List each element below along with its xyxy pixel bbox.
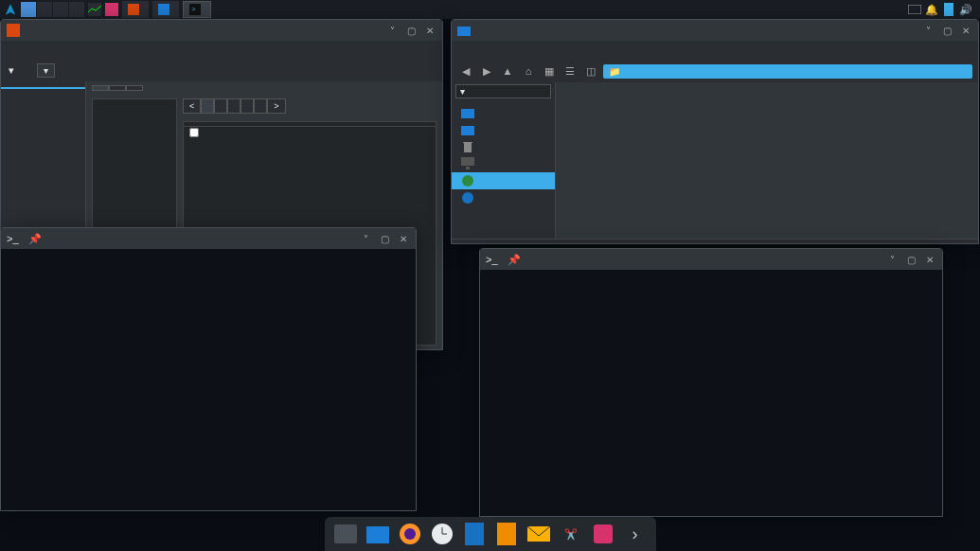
maximize-button[interactable]: ▢ <box>404 24 418 37</box>
place-network[interactable] <box>452 189 555 206</box>
close-button[interactable]: ✕ <box>923 253 936 266</box>
menu-tools[interactable] <box>531 48 546 52</box>
keyboard-icon[interactable] <box>908 3 921 16</box>
pin-icon[interactable]: 📌 <box>28 233 42 245</box>
service-checkbox[interactable] <box>189 128 199 137</box>
nav-home-icon[interactable]: ⌂ <box>520 62 537 80</box>
place-applications[interactable] <box>452 172 555 189</box>
service-item[interactable] <box>184 127 436 138</box>
tab-services[interactable] <box>109 85 126 91</box>
dock-more-icon[interactable]: › <box>622 521 649 547</box>
dock-dice-icon[interactable] <box>590 521 616 547</box>
menu-bookmarks[interactable] <box>516 48 531 52</box>
close-button[interactable]: ✕ <box>423 24 437 37</box>
svctab-protocols[interactable] <box>227 98 241 114</box>
pager-3[interactable] <box>53 2 68 17</box>
cpu-graph-icon[interactable] <box>88 3 101 16</box>
nav-up-icon[interactable]: ▲ <box>499 62 516 80</box>
menu-file[interactable] <box>5 48 20 52</box>
minimize-button[interactable]: ˅ <box>885 253 899 266</box>
place-desktop[interactable] <box>452 121 555 138</box>
konsole-htop-titlebar[interactable]: >_ 📌 ˅ ▢ ✕ <box>480 249 942 270</box>
svg-rect-8 <box>7 24 20 37</box>
pin-icon[interactable]: 📌 <box>508 254 521 266</box>
zone-item[interactable] <box>93 111 176 113</box>
volume-icon[interactable]: 🔊 <box>959 3 972 16</box>
dock-mail-icon[interactable] <box>526 521 552 547</box>
task-konsole[interactable]: > <box>183 1 211 18</box>
devices-header <box>452 206 555 210</box>
dock: ✂️ › <box>325 517 656 551</box>
konsole-bash-titlebar[interactable]: >_ 📌 ˅ ▢ ✕ <box>1 228 416 249</box>
svctab-masq[interactable] <box>254 98 267 114</box>
svg-rect-24 <box>497 523 516 545</box>
svg-rect-11 <box>461 126 474 135</box>
firewall-titlebar[interactable]: ˅ ▢ ✕ <box>1 20 442 41</box>
apps-menubar <box>452 41 978 60</box>
menu-help[interactable] <box>50 48 65 52</box>
close-button[interactable]: ✕ <box>397 232 410 245</box>
place-computer[interactable] <box>452 155 555 172</box>
list-mode-select[interactable]: ▾ <box>455 84 551 98</box>
dock-clock-icon[interactable] <box>429 521 455 547</box>
place-trash[interactable] <box>452 138 555 155</box>
dock-writer-icon[interactable] <box>461 521 488 547</box>
menu-go[interactable] <box>501 48 516 52</box>
minimize-button[interactable]: ˅ <box>921 24 935 37</box>
arch-logo-icon[interactable] <box>4 3 17 16</box>
view-list-icon[interactable]: ☰ <box>561 62 579 80</box>
split-icon[interactable]: ◫ <box>582 62 599 80</box>
svg-point-14 <box>462 175 473 187</box>
dock-editor-icon[interactable] <box>493 521 520 547</box>
bash-terminal[interactable] <box>1 249 416 510</box>
svctab-next[interactable]: > <box>267 98 285 114</box>
path-bar[interactable]: 📁 <box>603 64 972 79</box>
config-select[interactable]: ▾ <box>37 63 55 78</box>
svctab-prev[interactable]: < <box>183 98 201 114</box>
pager-1[interactable] <box>21 2 36 17</box>
konsole-bash-window: >_ 📌 ˅ ▢ ✕ <box>0 227 417 511</box>
apps-statusbar <box>452 239 978 243</box>
svctab-ports[interactable] <box>214 98 227 114</box>
dock-scissors-icon[interactable]: ✂️ <box>558 521 584 547</box>
menu-view[interactable] <box>486 48 501 52</box>
task-firewall[interactable] <box>122 1 149 18</box>
svg-rect-10 <box>461 109 474 118</box>
nav-back-icon[interactable]: ◀ <box>457 62 474 80</box>
maximize-button[interactable]: ▢ <box>940 24 953 37</box>
task-applications[interactable] <box>152 1 179 18</box>
apps-grid <box>556 82 978 239</box>
dock-folder-icon[interactable] <box>365 521 391 547</box>
dock-files-icon[interactable] <box>332 521 359 547</box>
svg-rect-7 <box>944 3 953 16</box>
minimize-button[interactable]: ˅ <box>359 232 372 245</box>
firewall-menubar <box>1 41 442 60</box>
tab-zones[interactable] <box>92 85 109 91</box>
sensor-icon[interactable] <box>105 3 118 16</box>
menu-file[interactable] <box>455 48 471 52</box>
svctab-services[interactable] <box>201 98 214 114</box>
menu-help[interactable] <box>546 48 561 52</box>
pager-4[interactable] <box>69 2 84 17</box>
maximize-button[interactable]: ▢ <box>904 253 918 266</box>
close-button[interactable]: ✕ <box>959 24 972 37</box>
svctab-sourceports[interactable] <box>241 98 254 114</box>
nav-forward-icon[interactable]: ▶ <box>478 62 495 80</box>
pager-2[interactable] <box>37 2 52 17</box>
htop-terminal[interactable] <box>480 270 942 516</box>
removable-icon[interactable] <box>942 3 955 16</box>
notification-icon[interactable]: 🔔 <box>925 3 938 16</box>
minimize-button[interactable]: ˅ <box>385 24 399 37</box>
maximize-button[interactable]: ▢ <box>378 232 391 245</box>
menu-options[interactable] <box>20 48 35 52</box>
terminal-icon: >_ <box>7 233 19 244</box>
view-icon-icon[interactable]: ▦ <box>541 62 558 80</box>
folder-icon <box>457 24 471 37</box>
menu-view[interactable] <box>35 48 50 52</box>
place-home[interactable] <box>452 104 555 121</box>
apps-titlebar[interactable]: ˅ ▢ ✕ <box>452 20 978 41</box>
svg-rect-12 <box>461 157 474 166</box>
tab-ipsets[interactable] <box>126 85 143 91</box>
menu-edit[interactable] <box>471 48 486 52</box>
dock-firefox-icon[interactable] <box>397 521 423 547</box>
